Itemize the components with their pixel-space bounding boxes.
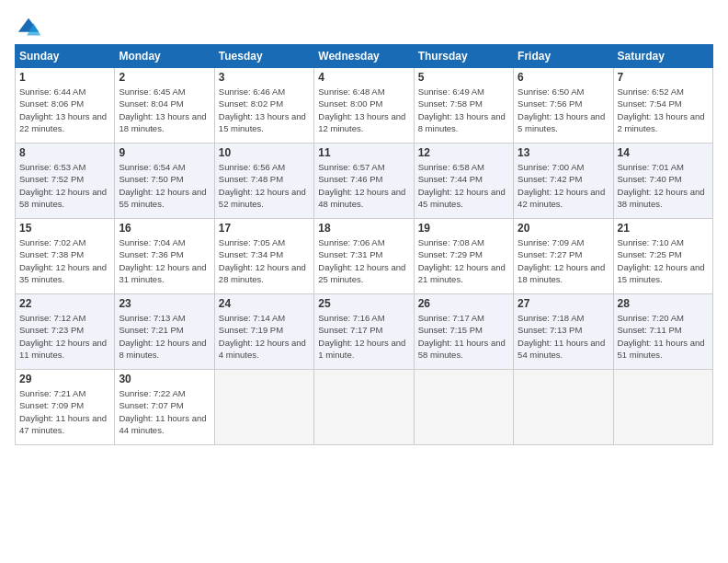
calendar-cell: 9Sunrise: 6:54 AMSunset: 7:50 PMDaylight…: [115, 144, 214, 219]
day-detail: Sunrise: 7:09 AMSunset: 7:27 PMDaylight:…: [518, 236, 609, 285]
calendar-cell: 8Sunrise: 6:53 AMSunset: 7:52 PMDaylight…: [16, 144, 115, 219]
day-detail: Sunrise: 7:04 AMSunset: 7:36 PMDaylight:…: [119, 236, 210, 285]
calendar-cell: 20Sunrise: 7:09 AMSunset: 7:27 PMDayligh…: [514, 219, 613, 294]
day-number: 22: [19, 297, 110, 310]
day-detail: Sunrise: 7:14 AMSunset: 7:19 PMDaylight:…: [219, 312, 310, 361]
day-number: 7: [618, 71, 709, 84]
day-number: 21: [618, 222, 709, 235]
calendar-cell: 18Sunrise: 7:06 AMSunset: 7:31 PMDayligh…: [314, 219, 414, 294]
calendar-header-thursday: Thursday: [414, 45, 513, 68]
calendar-cell: [514, 370, 613, 445]
calendar-cell: 6Sunrise: 6:50 AMSunset: 7:56 PMDaylight…: [514, 68, 613, 144]
day-detail: Sunrise: 7:00 AMSunset: 7:42 PMDaylight:…: [518, 161, 609, 210]
day-number: 4: [318, 71, 409, 84]
calendar-cell: 10Sunrise: 6:56 AMSunset: 7:48 PMDayligh…: [214, 144, 313, 219]
day-detail: Sunrise: 7:05 AMSunset: 7:34 PMDaylight:…: [219, 236, 310, 285]
day-detail: Sunrise: 6:57 AMSunset: 7:46 PMDaylight:…: [318, 161, 409, 210]
day-number: 3: [219, 71, 310, 84]
calendar-cell: 21Sunrise: 7:10 AMSunset: 7:25 PMDayligh…: [613, 219, 712, 294]
calendar-cell: 27Sunrise: 7:18 AMSunset: 7:13 PMDayligh…: [514, 294, 613, 370]
calendar-header-friday: Friday: [514, 45, 613, 68]
day-detail: Sunrise: 7:08 AMSunset: 7:29 PMDaylight:…: [418, 236, 509, 285]
day-number: 27: [518, 297, 609, 310]
day-number: 6: [518, 71, 609, 84]
calendar-header-sunday: Sunday: [16, 45, 115, 68]
day-detail: Sunrise: 7:06 AMSunset: 7:31 PMDaylight:…: [318, 236, 409, 285]
day-detail: Sunrise: 6:58 AMSunset: 7:44 PMDaylight:…: [418, 161, 509, 210]
calendar: SundayMondayTuesdayWednesdayThursdayFrid…: [15, 44, 713, 445]
calendar-week-1: 1Sunrise: 6:44 AMSunset: 8:06 PMDaylight…: [16, 68, 713, 144]
day-detail: Sunrise: 6:46 AMSunset: 8:02 PMDaylight:…: [219, 86, 310, 134]
day-detail: Sunrise: 7:10 AMSunset: 7:25 PMDaylight:…: [618, 236, 709, 285]
day-detail: Sunrise: 6:54 AMSunset: 7:50 PMDaylight:…: [119, 161, 210, 210]
day-number: 9: [119, 146, 210, 159]
calendar-cell: 16Sunrise: 7:04 AMSunset: 7:36 PMDayligh…: [115, 219, 214, 294]
day-number: 10: [219, 146, 310, 159]
day-detail: Sunrise: 7:22 AMSunset: 7:07 PMDaylight:…: [119, 387, 210, 436]
day-detail: Sunrise: 6:48 AMSunset: 8:00 PMDaylight:…: [318, 86, 409, 134]
day-detail: Sunrise: 7:12 AMSunset: 7:23 PMDaylight:…: [19, 312, 110, 361]
day-number: 24: [219, 297, 310, 310]
calendar-header-monday: Monday: [115, 45, 214, 68]
day-detail: Sunrise: 7:16 AMSunset: 7:17 PMDaylight:…: [318, 312, 409, 361]
calendar-cell: 15Sunrise: 7:02 AMSunset: 7:38 PMDayligh…: [16, 219, 115, 294]
calendar-cell: 4Sunrise: 6:48 AMSunset: 8:00 PMDaylight…: [314, 68, 414, 144]
calendar-week-2: 8Sunrise: 6:53 AMSunset: 7:52 PMDaylight…: [16, 144, 713, 219]
day-number: 29: [19, 373, 110, 385]
day-number: 17: [219, 222, 310, 235]
page: SundayMondayTuesdayWednesdayThursdayFrid…: [0, 0, 728, 563]
calendar-cell: 13Sunrise: 7:00 AMSunset: 7:42 PMDayligh…: [514, 144, 613, 219]
calendar-cell: [613, 370, 712, 445]
day-detail: Sunrise: 6:49 AMSunset: 7:58 PMDaylight:…: [418, 86, 509, 134]
day-number: 15: [19, 222, 110, 235]
logo-area: [15, 15, 42, 37]
day-number: 12: [418, 146, 509, 159]
day-detail: Sunrise: 6:44 AMSunset: 8:06 PMDaylight:…: [19, 86, 110, 134]
day-number: 2: [119, 71, 210, 84]
day-number: 23: [119, 297, 210, 310]
calendar-cell: 23Sunrise: 7:13 AMSunset: 7:21 PMDayligh…: [115, 294, 214, 370]
calendar-cell: 28Sunrise: 7:20 AMSunset: 7:11 PMDayligh…: [613, 294, 712, 370]
day-number: 11: [318, 146, 409, 159]
day-detail: Sunrise: 6:52 AMSunset: 7:54 PMDaylight:…: [618, 86, 709, 134]
day-detail: Sunrise: 6:50 AMSunset: 7:56 PMDaylight:…: [518, 86, 609, 134]
day-number: 8: [19, 146, 110, 159]
day-number: 20: [518, 222, 609, 235]
calendar-cell: [414, 370, 513, 445]
calendar-cell: 14Sunrise: 7:01 AMSunset: 7:40 PMDayligh…: [613, 144, 712, 219]
calendar-header-saturday: Saturday: [613, 45, 712, 68]
calendar-cell: 12Sunrise: 6:58 AMSunset: 7:44 PMDayligh…: [414, 144, 513, 219]
day-number: 30: [119, 373, 210, 385]
calendar-cell: [214, 370, 313, 445]
day-number: 25: [318, 297, 409, 310]
calendar-cell: 3Sunrise: 6:46 AMSunset: 8:02 PMDaylight…: [214, 68, 313, 144]
calendar-week-4: 22Sunrise: 7:12 AMSunset: 7:23 PMDayligh…: [16, 294, 713, 370]
calendar-cell: 17Sunrise: 7:05 AMSunset: 7:34 PMDayligh…: [214, 219, 313, 294]
day-number: 13: [518, 146, 609, 159]
calendar-cell: 24Sunrise: 7:14 AMSunset: 7:19 PMDayligh…: [214, 294, 313, 370]
calendar-week-5: 29Sunrise: 7:21 AMSunset: 7:09 PMDayligh…: [16, 370, 713, 445]
header: [15, 15, 713, 37]
day-number: 5: [418, 71, 509, 84]
calendar-header-row: SundayMondayTuesdayWednesdayThursdayFrid…: [16, 45, 713, 68]
day-detail: Sunrise: 6:56 AMSunset: 7:48 PMDaylight:…: [219, 161, 310, 210]
calendar-cell: 22Sunrise: 7:12 AMSunset: 7:23 PMDayligh…: [16, 294, 115, 370]
calendar-cell: 19Sunrise: 7:08 AMSunset: 7:29 PMDayligh…: [414, 219, 513, 294]
calendar-cell: 25Sunrise: 7:16 AMSunset: 7:17 PMDayligh…: [314, 294, 414, 370]
day-number: 16: [119, 222, 210, 235]
calendar-cell: 2Sunrise: 6:45 AMSunset: 8:04 PMDaylight…: [115, 68, 214, 144]
logo: [15, 15, 42, 40]
calendar-cell: 11Sunrise: 6:57 AMSunset: 7:46 PMDayligh…: [314, 144, 414, 219]
day-number: 26: [418, 297, 509, 310]
calendar-week-3: 15Sunrise: 7:02 AMSunset: 7:38 PMDayligh…: [16, 219, 713, 294]
calendar-cell: 5Sunrise: 6:49 AMSunset: 7:58 PMDaylight…: [414, 68, 513, 144]
day-detail: Sunrise: 7:17 AMSunset: 7:15 PMDaylight:…: [418, 312, 509, 361]
day-number: 18: [318, 222, 409, 235]
logo-icon: [17, 15, 42, 40]
day-detail: Sunrise: 7:21 AMSunset: 7:09 PMDaylight:…: [19, 387, 110, 436]
day-number: 14: [618, 146, 709, 159]
calendar-cell: 1Sunrise: 6:44 AMSunset: 8:06 PMDaylight…: [16, 68, 115, 144]
day-number: 28: [618, 297, 709, 310]
day-detail: Sunrise: 7:18 AMSunset: 7:13 PMDaylight:…: [518, 312, 609, 361]
calendar-cell: [314, 370, 414, 445]
